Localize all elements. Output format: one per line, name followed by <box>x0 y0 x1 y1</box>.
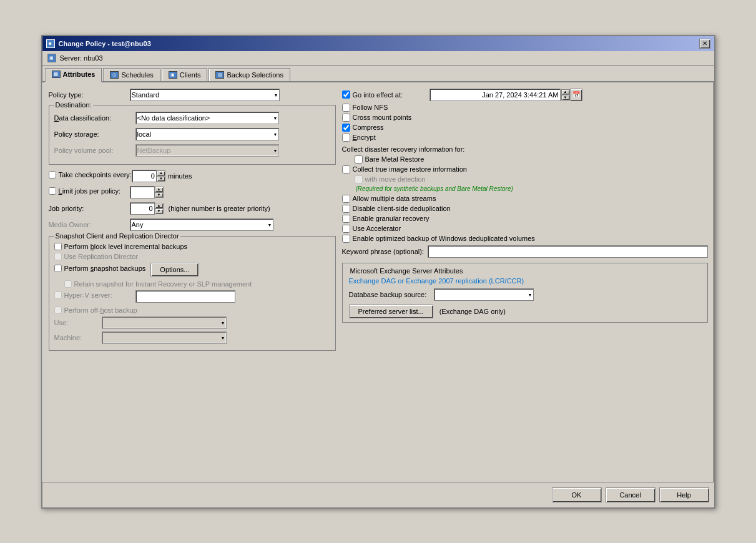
ms-exchange-title: Microsoft Exchange Server Attributes <box>349 267 701 275</box>
compress-checkbox[interactable] <box>342 124 350 132</box>
enable-granular-checkbox[interactable] <box>342 215 350 223</box>
server-bar: ▣ Server: nbu03 <box>42 51 714 66</box>
with-move-checkbox[interactable] <box>355 175 363 183</box>
limit-jobs-down-btn[interactable]: ▼ <box>155 192 164 198</box>
cross-mount-row: Cross mount points <box>342 114 708 122</box>
collect-true-checkbox[interactable] <box>342 165 350 174</box>
checkpoints-down-btn[interactable]: ▼ <box>157 176 165 182</box>
go-into-effect-date-input[interactable] <box>430 89 561 101</box>
data-classification-row: Data classification: <No data classifica… <box>54 112 330 124</box>
policy-volume-pool-label: Policy volume pool: <box>54 147 135 154</box>
allow-multiple-label: Allow multiple data streams <box>353 195 436 202</box>
preferred-server-button[interactable]: Preferred server list... <box>349 305 433 318</box>
perform-block-label: Perform block level incremental backups <box>64 243 188 250</box>
footer: OK Cancel Help <box>42 482 714 507</box>
date-down-btn[interactable]: ▼ <box>561 95 570 100</box>
db-backup-select[interactable] <box>434 288 534 301</box>
go-into-effect-label: Go into effect at: <box>353 91 403 99</box>
help-button[interactable]: Help <box>659 487 709 502</box>
required-note: (Required for synthetic backups and Bare… <box>356 185 708 192</box>
limit-jobs-input[interactable] <box>130 186 155 198</box>
policy-storage-label: Policy storage: <box>54 130 135 138</box>
follow-nfs-checkbox[interactable] <box>342 104 350 112</box>
allow-multiple-row: Allow multiple data streams <box>342 195 708 203</box>
close-button[interactable]: ✕ <box>699 39 710 49</box>
use-accelerator-row: Use Accelerator <box>342 225 708 233</box>
limit-jobs-checkbox[interactable] <box>49 187 56 195</box>
use-accelerator-checkbox[interactable] <box>342 225 350 233</box>
tab-backup-selections[interactable]: ▤ Backup Selections <box>209 68 290 81</box>
cross-mount-checkbox[interactable] <box>342 114 350 122</box>
keyword-input[interactable] <box>428 245 708 258</box>
bare-metal-row: Bare Metal Restore <box>355 155 708 164</box>
job-priority-note: (higher number is greater priority) <box>169 205 270 212</box>
ok-button[interactable]: OK <box>552 487 602 502</box>
media-owner-select[interactable]: Any <box>130 218 273 231</box>
content-area: Policy type: Standard Destination: Data … <box>42 82 714 482</box>
hyper-v-row: Hyper-V server: <box>54 290 330 303</box>
bare-metal-checkbox[interactable] <box>355 155 363 164</box>
collect-true-row: Collect true image restore information <box>342 165 708 174</box>
snapshot-group-title: Snapshot Client and Replication Director <box>54 232 180 240</box>
job-priority-row: Job priority: ▲ ▼ (higher number is grea… <box>49 202 336 215</box>
checkpoints-input[interactable] <box>132 170 157 182</box>
follow-nfs-label: Follow NFS <box>353 104 388 111</box>
perform-snapshot-checkbox[interactable] <box>54 265 62 272</box>
go-into-effect-row: Go into effect at: ▲ ▼ 📅 <box>342 89 708 101</box>
policy-type-select[interactable]: Standard <box>130 89 280 101</box>
with-move-label: with move detection <box>365 175 426 183</box>
keyword-label: Keyword phrase (optional): <box>342 248 424 255</box>
perform-offhost-checkbox[interactable] <box>54 306 62 314</box>
calendar-button[interactable]: 📅 <box>570 89 582 101</box>
policy-type-label: Policy type: <box>49 91 130 99</box>
tab-attributes[interactable]: ▤ Attributes <box>45 68 102 82</box>
job-priority-up-btn[interactable]: ▲ <box>155 203 164 208</box>
job-priority-down-btn[interactable]: ▼ <box>155 208 164 214</box>
retain-snapshot-checkbox[interactable] <box>64 280 72 288</box>
window-icon: ■ <box>46 39 55 48</box>
server-icon: ▣ <box>47 54 56 62</box>
policy-storage-select[interactable]: local <box>135 128 279 140</box>
cancel-button[interactable]: Cancel <box>606 487 655 502</box>
perform-block-checkbox[interactable] <box>54 243 62 250</box>
take-checkpoints-checkbox[interactable] <box>49 171 56 179</box>
collect-dr-label: Collect disaster recovery information fo… <box>342 145 708 153</box>
bare-metal-label: Bare Metal Restore <box>365 155 425 163</box>
disable-client-checkbox[interactable] <box>342 205 350 213</box>
tab-schedules[interactable]: ◷ Schedules <box>103 68 160 81</box>
db-backup-label: Database backup source: <box>349 291 430 298</box>
tab-clients[interactable]: ▣ Clients <box>162 68 208 81</box>
perform-snapshot-label: Perform snapshot backups <box>64 265 146 272</box>
enable-optimized-checkbox[interactable] <box>342 235 350 243</box>
use-select[interactable] <box>102 316 227 329</box>
machine-select[interactable] <box>102 331 227 344</box>
hyper-v-label: Hyper-V server: <box>64 291 112 299</box>
limit-jobs-up-btn[interactable]: ▲ <box>155 187 164 192</box>
hyper-v-checkbox[interactable] <box>54 291 62 299</box>
perform-offhost-label: Perform off-host backup <box>64 306 137 314</box>
options-button[interactable]: Options... <box>150 263 199 276</box>
go-into-effect-checkbox[interactable] <box>342 90 350 99</box>
data-classification-select[interactable]: <No data classification> <box>135 112 279 124</box>
clients-tab-icon: ▣ <box>169 71 177 79</box>
allow-multiple-checkbox[interactable] <box>342 195 350 203</box>
use-replication-checkbox[interactable] <box>54 253 62 260</box>
job-priority-input[interactable] <box>130 202 155 215</box>
enable-optimized-label: Enable optimized backup of Windows dedup… <box>353 235 535 242</box>
limit-jobs-label: Limit jobs per policy: <box>59 187 121 195</box>
job-priority-label: Job priority: <box>49 205 130 212</box>
date-up-btn[interactable]: ▲ <box>561 89 570 95</box>
encrypt-checkbox[interactable] <box>342 134 350 142</box>
db-backup-row: Database backup source: <box>349 288 701 301</box>
server-label: Server: nbu03 <box>60 54 103 62</box>
machine-row: Machine: <box>54 331 330 344</box>
media-owner-row: Media Owner: Any <box>49 218 336 231</box>
hyper-v-input[interactable] <box>135 290 235 303</box>
disable-client-label: Disable client-side deduplication <box>353 205 451 212</box>
checkpoints-up-btn[interactable]: ▲ <box>157 170 165 176</box>
use-accelerator-label: Use Accelerator <box>353 225 401 232</box>
tabs-bar: ▤ Attributes ◷ Schedules ▣ Clients ▤ Bac… <box>42 66 714 82</box>
encrypt-label: Encrypt <box>353 134 376 141</box>
policy-volume-pool-row: Policy volume pool: NetBackup <box>54 144 330 157</box>
checkpoints-row: Take checkpoints every: ▲ ▼ minutes <box>49 170 336 182</box>
